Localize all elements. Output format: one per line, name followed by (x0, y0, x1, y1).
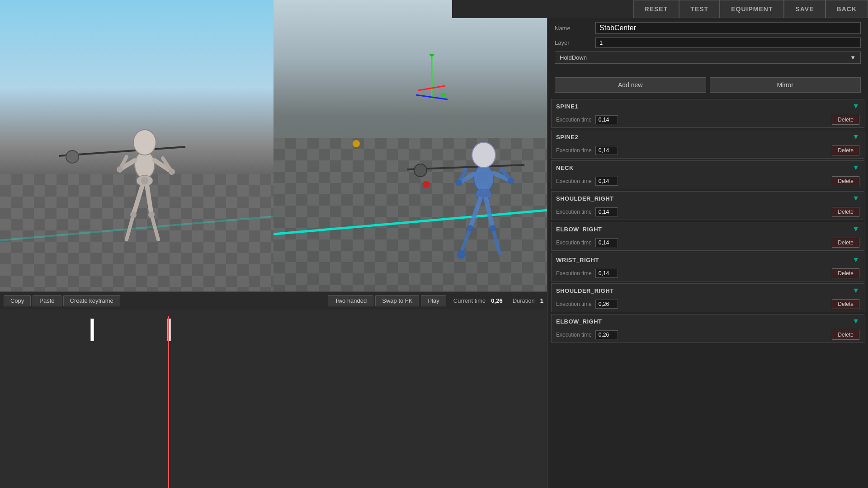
bone-name-4: ELBOW_RIGHT (556, 226, 602, 233)
bone-header-0[interactable]: SPINE1 (552, 99, 864, 113)
svg-point-1 (66, 150, 79, 163)
bone-name-2: NECK (556, 164, 574, 171)
bone-controls-4: Execution time Delete (552, 236, 864, 250)
svg-point-39 (457, 250, 466, 259)
back-button[interactable]: BACK (826, 0, 868, 18)
holddown-chevron (850, 54, 856, 61)
svg-line-11 (133, 185, 142, 215)
bone-header-3[interactable]: SHOULDER_RIGHT (552, 192, 864, 205)
svg-point-37 (490, 225, 496, 231)
svg-point-14 (117, 166, 123, 173)
layer-field-row: Layer (555, 38, 861, 48)
svg-line-10 (151, 215, 158, 239)
bone-controls-3: Execution time Delete (552, 205, 864, 220)
figure-left (54, 84, 199, 255)
bone-header-6[interactable]: SHOULDER_RIGHT (552, 284, 864, 297)
delete-btn-5[interactable]: Delete (832, 268, 859, 278)
figure-right (407, 102, 533, 264)
bone-header-5[interactable]: WRIST_RIGHT (552, 253, 864, 267)
bone-chevron-4 (852, 225, 859, 233)
swap-to-fk-button[interactable]: Swap to FK (375, 295, 419, 306)
bone-header-7[interactable]: ELBOW_RIGHT (552, 314, 864, 328)
copy-button[interactable]: Copy (4, 295, 31, 306)
bone-controls-2: Execution time Delete (552, 174, 864, 189)
right-panel: Edit move Name Layer HoldDown Add new Mi… (547, 0, 868, 488)
svg-point-36 (456, 180, 462, 186)
svg-line-32 (493, 228, 500, 253)
test-button[interactable]: TEST (679, 0, 720, 18)
exec-value-4[interactable] (595, 238, 618, 247)
bone-controls-0: Execution time Delete (552, 113, 864, 127)
panel-fields: Name Layer HoldDown (547, 18, 868, 73)
duration-value: 1 (540, 297, 543, 304)
exec-value-5[interactable] (595, 269, 618, 278)
current-time-label: Current time (453, 297, 486, 304)
delete-btn-4[interactable]: Delete (832, 238, 859, 248)
exec-value-2[interactable] (595, 177, 618, 186)
exec-value-0[interactable] (595, 115, 618, 124)
timeline-track[interactable] (90, 316, 497, 343)
mirror-button[interactable]: Mirror (710, 77, 861, 93)
exec-label-7: Execution time (556, 332, 592, 338)
exec-value-1[interactable] (595, 146, 618, 155)
bone-entry-1: SPINE2 Execution time Delete (551, 130, 864, 159)
viewport-right (274, 0, 547, 291)
holddown-label: HoldDown (560, 54, 587, 61)
exec-value-3[interactable] (595, 207, 618, 216)
name-input[interactable] (595, 22, 861, 34)
bottom-bar: Copy Paste Create keyframe Two handed Sw… (0, 291, 547, 310)
bone-name-7: ELBOW_RIGHT (556, 318, 602, 325)
delete-btn-1[interactable]: Delete (832, 145, 859, 155)
bone-header-1[interactable]: SPINE2 (552, 130, 864, 144)
viewport-left (0, 0, 274, 291)
exec-label-1: Execution time (556, 147, 592, 154)
bone-name-6: SHOULDER_RIGHT (556, 287, 614, 294)
exec-value-6[interactable] (595, 300, 618, 309)
bone-controls-5: Execution time Delete (552, 267, 864, 281)
play-button[interactable]: Play (421, 295, 446, 306)
bone-chevron-2 (852, 164, 859, 172)
bone-controls-7: Execution time Delete (552, 328, 864, 343)
name-label: Name (555, 25, 595, 32)
delete-btn-7[interactable]: Delete (832, 330, 859, 340)
exec-value-7[interactable] (595, 330, 618, 339)
svg-point-25 (472, 142, 495, 168)
bone-chevron-3 (852, 194, 859, 202)
keyframe-1[interactable] (90, 319, 94, 341)
delete-btn-0[interactable]: Delete (832, 115, 859, 125)
create-keyframe-button[interactable]: Create keyframe (63, 295, 120, 306)
svg-line-34 (461, 228, 470, 253)
current-time-value: 0,26 (491, 297, 502, 304)
bone-header-2[interactable]: NECK (552, 161, 864, 174)
bone-list: SPINE1 Execution time Delete SPINE2 Exec… (547, 97, 868, 345)
bone-entry-3: SHOULDER_RIGHT Execution time Delete (551, 191, 864, 220)
delete-btn-6[interactable]: Delete (832, 299, 859, 309)
exec-label-2: Execution time (556, 178, 592, 184)
exec-label-5: Execution time (556, 270, 592, 277)
add-new-button[interactable]: Add new (555, 77, 706, 93)
timeline (0, 310, 547, 488)
bone-controls-6: Execution time Delete (552, 297, 864, 312)
bone-chevron-6 (852, 286, 859, 295)
delete-btn-3[interactable]: Delete (832, 207, 859, 217)
bone-chevron-7 (852, 317, 859, 325)
bone-name-3: SHOULDER_RIGHT (556, 195, 614, 202)
paste-button[interactable]: Paste (33, 295, 61, 306)
two-handed-button[interactable]: Two handed (328, 295, 373, 306)
bone-chevron-5 (852, 256, 859, 264)
svg-point-17 (141, 177, 148, 184)
equipment-button[interactable]: EQUIPMENT (720, 0, 784, 18)
svg-line-12 (127, 215, 133, 239)
bone-header-4[interactable]: ELBOW_RIGHT (552, 222, 864, 236)
layer-input[interactable] (595, 38, 861, 48)
save-button[interactable]: SAVE (784, 0, 825, 18)
bone-name-0: SPINE1 (556, 103, 578, 110)
svg-point-3 (133, 130, 156, 155)
playhead (168, 316, 169, 488)
reset-button[interactable]: RESET (633, 0, 679, 18)
svg-line-9 (147, 185, 151, 215)
svg-line-31 (486, 199, 493, 228)
layer-label: Layer (555, 39, 595, 46)
holddown-dropdown[interactable]: HoldDown (555, 52, 861, 64)
delete-btn-2[interactable]: Delete (832, 176, 859, 186)
